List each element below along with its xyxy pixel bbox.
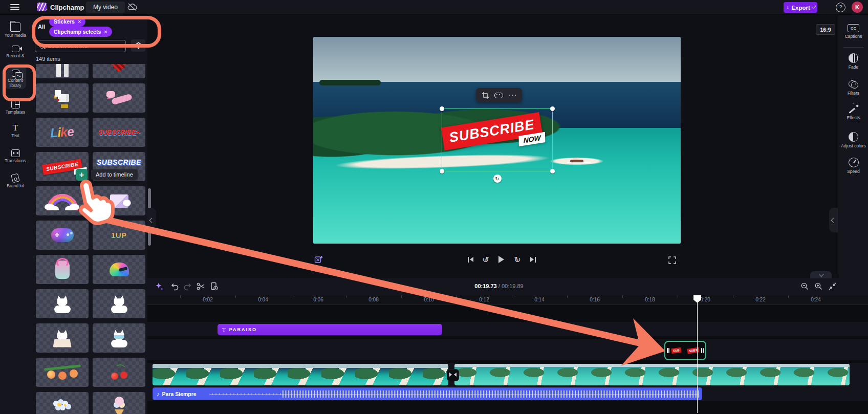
crop-button[interactable] [482, 92, 489, 99]
tab-speed[interactable]: Speed [838, 158, 868, 175]
video-clip-2[interactable] [454, 364, 850, 385]
video-preview[interactable]: SUBSCRIBE NOW ↻ [313, 37, 681, 244]
sticker-tile-cute-cat[interactable] [93, 289, 145, 318]
export-button[interactable]: Export [784, 2, 817, 13]
add-to-timeline-button[interactable]: + [76, 169, 88, 181]
fit-button[interactable] [494, 93, 503, 98]
sticker-tile-blue-flowers[interactable] [36, 392, 89, 414]
sticker-tile-holo-helmet[interactable] [93, 255, 145, 284]
undo-button[interactable] [170, 282, 179, 291]
sticker-art [109, 329, 129, 348]
sticker-tile-cherries[interactable] [93, 358, 145, 387]
sticker-tile-cat-in-box[interactable] [36, 323, 89, 353]
sticker-tile-angry-cat[interactable] [36, 289, 89, 318]
filter-chip[interactable]: Stickers× [49, 16, 85, 27]
zoom-fit-button[interactable] [828, 282, 837, 291]
right-sidebar: CCCaptionsFadeFiltersEffectsAdjust color… [838, 14, 868, 278]
fullscreen-button[interactable] [668, 256, 676, 264]
timeline-ruler[interactable]: 0:020:040:060:080:100:120:140:160:180:20… [147, 295, 868, 305]
chip-remove-icon[interactable]: × [78, 18, 81, 25]
more-options-button[interactable] [509, 95, 517, 96]
rewind-5s-button[interactable]: ↺5 [480, 254, 491, 265]
sticker-tile-rainbow-clouds[interactable] [36, 186, 89, 215]
tab-adjust-colors[interactable]: Adjust colors [838, 132, 868, 149]
premium-filter-button[interactable] [131, 39, 145, 52]
sidebar-item-brand-kit[interactable]: Brand kit [0, 173, 31, 189]
tab-effects[interactable]: Effects [838, 105, 868, 121]
sidebar-item-your-media[interactable]: Your media [0, 21, 31, 38]
resize-handle-top-right[interactable] [550, 106, 555, 111]
video-clip-1[interactable] [153, 364, 448, 385]
sticker-tile-subscribe-plus-sticker[interactable]: SUBSCRIBE+ [93, 118, 145, 147]
preview-stage: SUBSCRIBE NOW ↻ 16:9 ↺5 [147, 14, 838, 278]
right-panel-collapse-button[interactable] [829, 208, 838, 232]
play-button[interactable] [495, 254, 507, 265]
resize-handle-bottom-left[interactable] [440, 169, 444, 173]
chip-remove-icon[interactable]: × [104, 29, 107, 35]
sticker-tile-gift-box-cat[interactable] [93, 186, 145, 215]
filter-bar: All Stickers×Clipchamp selects× [31, 19, 147, 34]
ruler-tick [401, 295, 402, 298]
timeline-collapse-button[interactable] [810, 271, 832, 278]
sidebar-item-content-library[interactable]: Content library [0, 69, 31, 89]
skip-start-button[interactable] [465, 254, 476, 265]
tab-fade[interactable]: Fade [838, 53, 868, 70]
sticker-tile-game-controller[interactable] [36, 221, 89, 250]
avatar[interactable]: K [852, 2, 863, 13]
menu-icon[interactable] [10, 4, 19, 10]
playhead[interactable] [693, 295, 701, 413]
filter-all[interactable]: All [38, 24, 45, 30]
filter-chip[interactable]: Clipchamp selects× [49, 27, 112, 37]
rotate-handle[interactable]: ↻ [493, 175, 502, 183]
ruler-label: 0:08 [368, 297, 378, 302]
text-clip[interactable]: T PARAISO [218, 324, 442, 335]
forward-5s-button[interactable]: ↻5 [512, 254, 523, 265]
sticker-tile-crying-cat[interactable] [93, 323, 145, 353]
sticker-tile-pixel-heart[interactable] [93, 64, 145, 78]
sticker-tile-skeleton-legs[interactable] [36, 64, 89, 78]
ai-suggestions-button[interactable] [155, 282, 164, 291]
text-icon: T [13, 124, 18, 132]
panel-collapse-button[interactable] [147, 208, 156, 232]
sticker-tile-peach-branch[interactable] [36, 358, 89, 387]
sticker-tile-cat-headphones[interactable] [36, 255, 89, 284]
resize-handle-bottom-right[interactable] [550, 169, 555, 173]
zoom-in-button[interactable] [814, 282, 823, 291]
sidebar-item-templates[interactable]: Templates [0, 99, 31, 115]
sidebar-item-record[interactable]: Record & [0, 44, 31, 59]
tab-label: Filters [841, 91, 866, 96]
zoom-out-button[interactable] [800, 282, 810, 291]
clipchamp-app: Clipchamp My video Export ? K Your media… [0, 0, 868, 414]
sidebar-item-text[interactable]: TText [0, 124, 31, 139]
cc-icon: CC [848, 24, 859, 32]
sticker-tile-axolotl[interactable] [93, 83, 145, 113]
ruler-tick [457, 295, 457, 298]
sidebar-item-label: Transitions [2, 159, 29, 164]
redo-button[interactable] [183, 282, 192, 291]
sticker-tile-one-up-sticker[interactable]: 1UP [93, 221, 145, 250]
ruler-label: 0:02 [203, 297, 212, 302]
filter-chip-label: Clipchamp selects [54, 29, 101, 35]
waveform-loud [282, 390, 699, 398]
project-title[interactable]: My video [86, 2, 125, 13]
resize-handle-top-left[interactable] [440, 106, 444, 111]
sidebar-item-transitions[interactable]: Transitions [0, 148, 31, 164]
tab-captions[interactable]: CCCaptions [838, 24, 868, 39]
sticker-tile-ice-cream-swirl[interactable] [93, 392, 145, 414]
duplicate-button[interactable] [210, 282, 219, 291]
search-input[interactable]: Search stickers [35, 40, 126, 52]
search-placeholder: Search stickers [48, 43, 88, 49]
split-button[interactable] [197, 282, 206, 291]
left-sidebar: Your mediaRecord &Content libraryTemplat… [0, 14, 31, 414]
skip-end-button[interactable] [527, 254, 538, 265]
tab-filters[interactable]: Filters [838, 80, 868, 96]
sticker-tile-minecraft-chicken[interactable] [36, 83, 89, 113]
fade-icon [849, 53, 858, 63]
aspect-ratio-badge[interactable]: 16:9 [816, 24, 835, 35]
transition-button[interactable] [447, 369, 459, 381]
audio-clip[interactable]: ♪ Para Siempre [153, 387, 702, 400]
help-button[interactable]: ? [836, 3, 845, 12]
sidebar-item-label: Record & [2, 54, 29, 59]
items-count: 149 items [36, 56, 60, 62]
sticker-tile-like-sticker[interactable]: Like [36, 118, 89, 147]
